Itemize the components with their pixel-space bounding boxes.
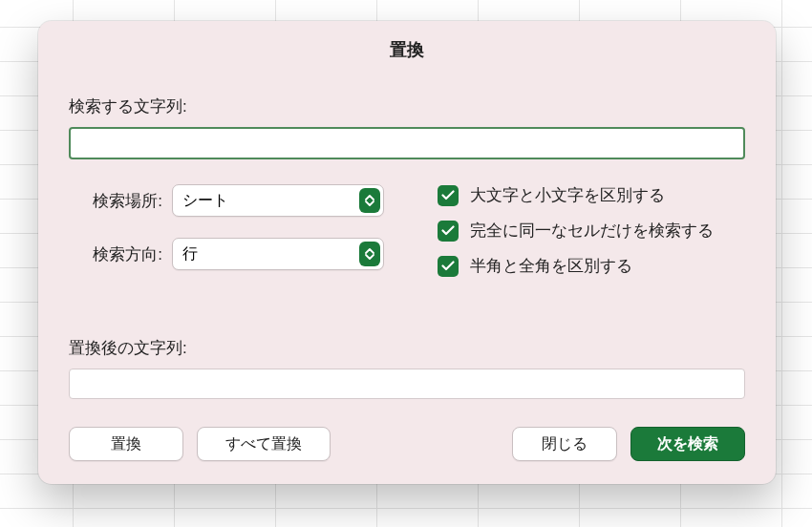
replace-button[interactable]: 置換 [69, 427, 183, 461]
match-case-label: 大文字と小文字を区別する [470, 184, 665, 206]
match-entire-label: 完全に同一なセルだけを検索する [470, 220, 714, 242]
match-width-checkbox[interactable]: 半角と全角を区別する [438, 255, 745, 277]
direction-select[interactable]: 行 [172, 238, 384, 270]
dialog-body: 検索する文字列: 検索場所: シート 検索方向: [38, 74, 776, 427]
replace-all-button[interactable]: すべて置換 [197, 427, 331, 461]
checkmark-icon [438, 256, 459, 277]
direction-label: 検索方向: [69, 243, 172, 265]
checkmark-icon [438, 185, 459, 206]
find-next-button[interactable]: 次を検索 [630, 427, 745, 461]
replace-dialog: 置換 検索する文字列: 検索場所: シート 検索方向: [38, 21, 776, 484]
direction-value: 行 [182, 244, 198, 264]
search-input[interactable] [69, 127, 745, 159]
within-select[interactable]: シート [172, 184, 384, 217]
match-entire-checkbox[interactable]: 完全に同一なセルだけを検索する [438, 220, 745, 242]
within-label: 検索場所: [69, 190, 172, 212]
within-value: シート [182, 191, 228, 211]
match-case-checkbox[interactable]: 大文字と小文字を区別する [438, 184, 745, 206]
replace-label: 置換後の文字列: [69, 337, 745, 359]
checkmark-icon [438, 221, 459, 242]
dialog-title: 置換 [38, 21, 776, 74]
dialog-footer: 置換 すべて置換 閉じる 次を検索 [38, 427, 776, 484]
search-label: 検索する文字列: [69, 95, 745, 117]
replace-input[interactable] [69, 369, 745, 399]
stepper-icon [359, 242, 380, 266]
stepper-icon [359, 188, 380, 213]
close-button[interactable]: 閉じる [512, 427, 617, 461]
match-width-label: 半角と全角を区別する [470, 255, 632, 277]
